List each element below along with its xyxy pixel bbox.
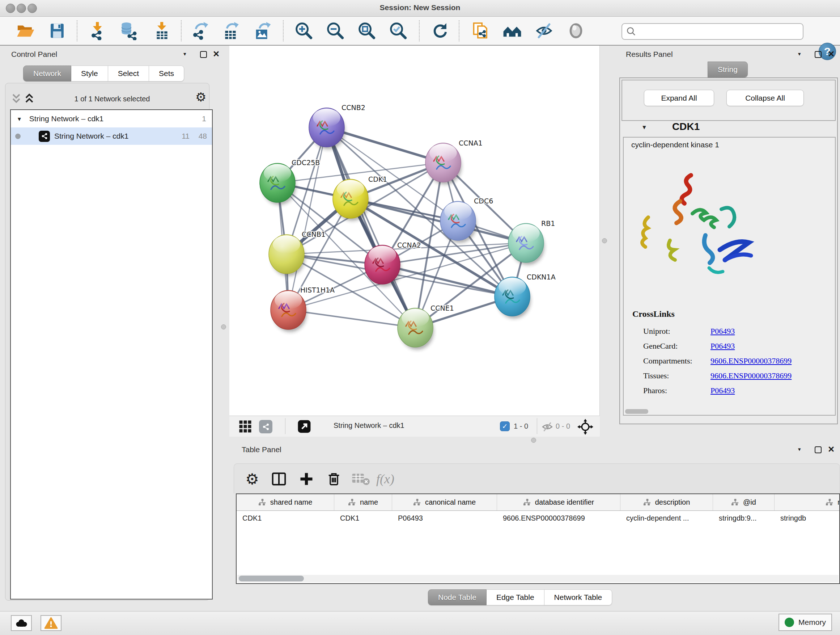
tab-network[interactable]: Network [23,65,71,81]
zoom-selected-icon[interactable] [388,21,408,41]
grid-view-icon[interactable] [239,420,252,434]
node-table[interactable]: shared namenamecanonical namedatabase id… [236,494,840,584]
delete-column-icon[interactable] [324,469,344,489]
edge-CCNB2-HIST1H1A[interactable] [288,127,327,310]
bottom-splitter-handle[interactable] [531,438,536,443]
tab-sets[interactable]: Sets [149,65,184,81]
new-network-from-file-icon[interactable] [471,21,491,41]
network-canvas[interactable]: CCNB2CCNA1CDC25BCDK1CDC6RB1CCNB1CCNA2CDK… [229,46,600,416]
close-panel-icon[interactable]: ✕ [828,446,835,453]
column-header-database-identifier[interactable]: database identifier [497,494,621,510]
column-header-description[interactable]: description [621,494,713,510]
table-cell[interactable]: stringdb [775,511,840,527]
column-header-canonical-name[interactable]: canonical name [392,494,497,510]
table-cell[interactable]: P06493 [392,511,497,527]
import-network-file-icon[interactable] [88,21,107,41]
table-cell[interactable]: stringdb:9... [713,511,775,527]
gear-icon[interactable]: ⚙ [195,90,206,104]
zoom-in-icon[interactable] [294,21,314,41]
collapse-all-button[interactable]: Collapse All [726,90,804,106]
detach-view-icon[interactable] [297,420,311,435]
expand-all-button[interactable]: Expand All [644,90,714,106]
crosslink-link-genecard[interactable]: P06493 [711,341,735,351]
tab-node-table[interactable]: Node Table [428,589,486,605]
birds-eye-crosshair-icon[interactable] [577,419,593,436]
zoom-fit-icon[interactable] [357,21,377,41]
hide-selected-eye-icon[interactable] [534,21,554,41]
crosslink-link-pharos[interactable]: P06493 [711,386,735,395]
column-header-@id[interactable]: @id [713,494,775,510]
network-node-CDKN1A[interactable] [494,277,531,318]
crosslink-link-uniprot[interactable]: P06493 [711,326,735,336]
show-eye-icon[interactable] [566,21,586,41]
export-table-icon[interactable] [221,21,240,41]
network-node-CDC25B[interactable] [260,163,296,205]
left-splitter-handle[interactable] [221,325,226,329]
table-hscroll-thumb[interactable] [239,576,304,581]
tab-style[interactable]: Style [71,65,108,81]
network-row-selected[interactable]: String Network – cdk1 11 48 [11,127,212,145]
network-node-HIST1H1A[interactable] [271,290,307,332]
table-cell[interactable]: CDK1 [334,511,392,527]
edge-HIST1H1A-CCNE1[interactable] [288,310,415,328]
cloud-button[interactable] [11,615,32,631]
panel-menu-icon[interactable]: ▾ [798,51,801,57]
column-header-shared-name[interactable]: shared name [237,494,334,510]
string-view-icon[interactable] [259,420,272,433]
edge-CDK1-RB1[interactable] [351,199,526,243]
results-hscroll-thumb[interactable] [625,409,648,414]
table-hscrollbar[interactable] [237,575,838,582]
add-column-icon[interactable] [296,469,317,489]
selected-checkbox-icon[interactable]: ✓ [500,421,510,431]
crosslink-link-tissues[interactable]: 9606.ENSP00000378699 [711,371,791,380]
network-node-CCNE1[interactable] [398,308,434,350]
refresh-icon[interactable] [430,21,450,41]
close-panel-icon[interactable]: ✕ [213,51,219,57]
save-session-icon[interactable] [47,21,67,41]
tab-edge-table[interactable]: Edge Table [486,589,545,605]
import-table-icon[interactable] [152,21,172,41]
close-panel-icon[interactable]: ✕ [828,51,835,57]
network-node-CCNB1[interactable] [269,234,305,276]
import-network-database-icon[interactable] [119,21,139,41]
show-columns-icon[interactable] [269,469,289,489]
table-cell[interactable]: 9606.ENSP00000378699 [497,511,621,527]
memory-button[interactable]: Memory [778,614,832,631]
float-panel-icon[interactable] [815,447,821,453]
panel-menu-icon[interactable]: ▾ [798,446,801,453]
float-panel-icon[interactable] [815,51,821,58]
export-image-icon[interactable] [252,21,272,41]
column-header-name[interactable]: name [334,494,392,510]
float-panel-icon[interactable] [200,51,207,58]
table-cell[interactable]: cyclin-dependent ... [621,511,713,527]
disclosure-triangle-icon[interactable]: ▼ [17,116,22,122]
right-splitter-handle[interactable] [602,238,607,243]
expand-all-chevrons-icon[interactable] [24,92,35,107]
warning-button[interactable] [41,615,62,631]
column-header-namespace[interactable]: namespace [775,494,840,510]
panel-menu-icon[interactable]: ▾ [183,51,186,57]
table-row[interactable]: CDK1CDK1P064939606.ENSP00000378699cyclin… [237,511,840,527]
tab-network-table[interactable]: Network Table [545,589,613,605]
search-input[interactable] [637,27,792,36]
edge-CCNB2-CCNE1[interactable] [327,127,415,328]
table-header-row[interactable]: shared namenamecanonical namedatabase id… [237,494,840,511]
tab-select[interactable]: Select [108,65,149,81]
network-node-CCNB2[interactable] [309,108,345,149]
network-node-CDK1[interactable] [333,179,369,221]
table-gear-icon[interactable]: ⚙ [242,469,262,489]
network-collection-row[interactable]: ▼ String Network – cdk1 1 [11,110,212,127]
open-session-icon[interactable] [16,21,35,41]
zoom-out-icon[interactable] [325,21,345,41]
crosslink-link-compartments[interactable]: 9606.ENSP00000378699 [711,356,791,366]
network-node-CCNA1[interactable] [425,143,462,185]
collapse-all-chevrons-icon[interactable] [11,92,22,107]
memory-indicator [785,618,794,627]
network-node-RB1[interactable] [508,223,545,265]
table-cell[interactable]: CDK1 [237,511,334,527]
tab-string[interactable]: String [707,62,748,78]
search-field[interactable] [622,23,804,40]
houses-icon[interactable] [502,21,522,41]
disclosure-triangle-icon[interactable]: ▼ [641,124,647,131]
export-network-icon[interactable] [189,21,209,41]
